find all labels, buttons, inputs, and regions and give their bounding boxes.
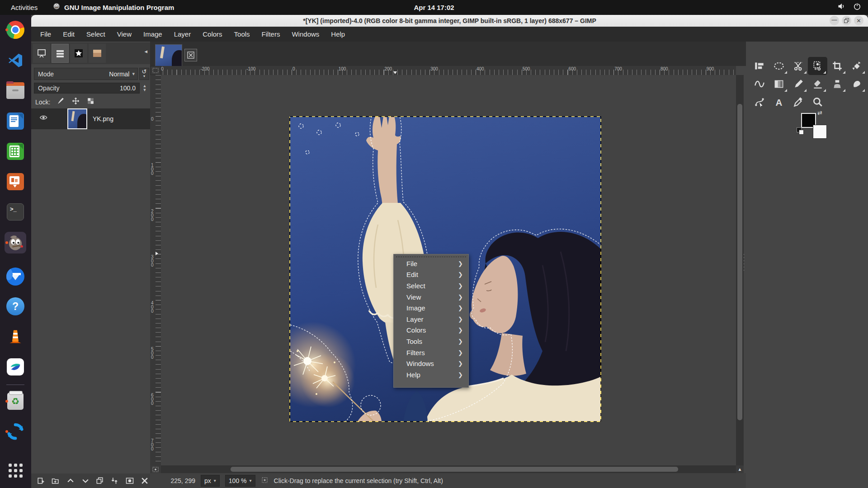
crop-tool[interactable] [827, 57, 847, 75]
zoom-tool[interactable] [808, 93, 827, 111]
context-menu-item-tools[interactable]: Tools❯ [394, 336, 468, 347]
context-menu-item-file[interactable]: File❯ [394, 258, 468, 269]
context-menu-item-edit[interactable]: Edit❯ [394, 269, 468, 281]
image-tab-thumbnail[interactable] [155, 44, 182, 67]
ellipse-select-tool[interactable] [769, 57, 788, 75]
context-menu-item-windows[interactable]: Windows❯ [394, 358, 468, 369]
menubar-item-help[interactable]: Help [325, 27, 351, 42]
dock-tab-patterns[interactable] [89, 44, 106, 63]
dock-tab-tool-options[interactable] [33, 44, 50, 63]
vertical-scrollbar-thumb[interactable] [737, 104, 742, 420]
dock-item-chrome[interactable] [5, 19, 26, 41]
menubar-item-view[interactable]: View [111, 27, 137, 42]
duplicate-layer-button[interactable] [95, 475, 106, 486]
lower-layer-button[interactable] [80, 475, 91, 486]
dock-item-libreoffice-writer[interactable] [5, 110, 26, 132]
context-menu-item-layer[interactable]: Layer❯ [394, 314, 468, 325]
layer-thumbnail[interactable] [67, 108, 87, 129]
dock-item-app-grid[interactable] [5, 460, 26, 481]
layer-mode-dropdown[interactable]: Mode Normal ▾ [34, 68, 138, 80]
context-menu-item-filters[interactable]: Filters❯ [394, 347, 468, 358]
dock-item-gimp[interactable] [5, 232, 26, 253]
clock[interactable]: Apr 14 17:02 [0, 0, 868, 15]
menubar-item-select[interactable]: Select [80, 27, 111, 42]
opacity-slider[interactable]: Opacity 100.0 [34, 83, 140, 94]
dock-item-terminal[interactable]: >_ [5, 201, 26, 223]
lock-paint-icon[interactable] [57, 97, 65, 107]
dock-tab-brushes[interactable] [70, 44, 87, 63]
dock-item-thunderbird[interactable] [5, 266, 26, 287]
close-button[interactable]: ✕ [854, 16, 863, 25]
dock-item-vscode[interactable] [5, 49, 26, 71]
select-by-color-tool[interactable] [808, 57, 827, 75]
close-image-icon[interactable] [184, 49, 197, 61]
dock-item-trash[interactable]: ♻ [5, 390, 26, 412]
delete-layer-button[interactable] [139, 475, 150, 486]
dock-tab-layers[interactable] [52, 44, 69, 63]
color-picker-tool[interactable] [788, 93, 808, 111]
context-menu-item-select[interactable]: Select❯ [394, 280, 468, 291]
vertical-ruler[interactable]: 01 0 02 0 03 0 04 0 05 0 06 0 07 0 0 [150, 75, 161, 465]
scissors-select-tool[interactable] [788, 57, 808, 75]
menubar-item-colors[interactable]: Colors [197, 27, 228, 42]
new-layer-button[interactable] [35, 475, 46, 486]
raise-layer-button[interactable] [65, 475, 76, 486]
system-tray[interactable] [837, 2, 862, 12]
context-menu-item-view[interactable]: View❯ [394, 291, 468, 303]
opacity-spinner[interactable]: ▲▼ [141, 83, 149, 94]
menubar-item-filters[interactable]: Filters [256, 27, 286, 42]
quick-mask-toggle[interactable] [150, 465, 161, 473]
dock-item-help[interactable]: ? [5, 296, 26, 317]
default-colors-icon[interactable] [797, 127, 804, 135]
dock-item-vlc[interactable] [5, 326, 26, 347]
dock-item-files[interactable] [5, 80, 26, 101]
zoom-dropdown[interactable]: 100 %▾ [225, 475, 255, 487]
text-tool[interactable]: A [769, 93, 788, 111]
power-icon[interactable] [853, 2, 862, 12]
ruler-origin-button[interactable] [150, 66, 161, 75]
minimize-button[interactable]: — [830, 16, 839, 25]
dock-item-mail-bird-app[interactable] [5, 356, 26, 378]
menubar-item-tools[interactable]: Tools [228, 27, 256, 42]
align-tool[interactable] [750, 57, 769, 75]
swap-colors-icon[interactable]: ⇄ [817, 109, 822, 116]
mode-reset-button[interactable]: ↺ ▾ [139, 68, 149, 80]
menubar-item-file[interactable]: File [34, 27, 57, 42]
eraser-tool[interactable] [808, 75, 827, 93]
new-group-button[interactable] [50, 475, 61, 486]
lock-position-icon[interactable] [71, 97, 80, 107]
tear-off-line[interactable] [396, 257, 466, 257]
clone-tool[interactable] [827, 75, 847, 93]
merge-layer-button[interactable] [109, 475, 120, 486]
paths-tool[interactable] [750, 93, 769, 111]
navigation-preview-button[interactable]: ▲ [736, 465, 744, 473]
background-color-swatch[interactable] [813, 125, 827, 139]
gimp-titlebar[interactable]: *[YK] (imported)-4.0 (RGB color 8-bit ga… [31, 15, 868, 27]
pencil-tool[interactable] [788, 75, 808, 93]
dock-item-libreoffice-impress[interactable] [5, 171, 26, 192]
unit-dropdown[interactable]: px▾ [201, 475, 220, 487]
lock-alpha-icon[interactable] [86, 97, 95, 107]
menubar-item-edit[interactable]: Edit [57, 27, 80, 42]
visibility-eye-icon[interactable] [39, 113, 48, 124]
unified-transform-tool[interactable] [847, 57, 866, 75]
menubar-item-windows[interactable]: Windows [286, 27, 325, 42]
horizontal-scrollbar-thumb[interactable] [231, 467, 678, 472]
menubar-item-image[interactable]: Image [137, 27, 168, 42]
dock-item-software-updater[interactable] [5, 421, 26, 442]
vertical-scrollbar[interactable] [736, 75, 744, 465]
horizontal-scrollbar[interactable] [161, 465, 736, 473]
add-mask-button[interactable] [124, 475, 135, 486]
context-menu-item-colors[interactable]: Colors❯ [394, 325, 468, 336]
collapse-panel-icon[interactable]: ◂ [144, 48, 147, 55]
dock-item-libreoffice-calc[interactable] [5, 141, 26, 162]
menubar-item-layer[interactable]: Layer [168, 27, 197, 42]
context-menu-item-help[interactable]: Help❯ [394, 369, 468, 380]
volume-icon[interactable] [837, 2, 846, 12]
layer-row[interactable]: YK.png [31, 108, 150, 129]
gradient-tool[interactable] [769, 75, 788, 93]
maximize-button[interactable] [842, 16, 851, 25]
context-menu-item-image[interactable]: Image❯ [394, 302, 468, 314]
smudge-tool[interactable] [847, 75, 866, 93]
warp-tool[interactable] [750, 75, 769, 93]
